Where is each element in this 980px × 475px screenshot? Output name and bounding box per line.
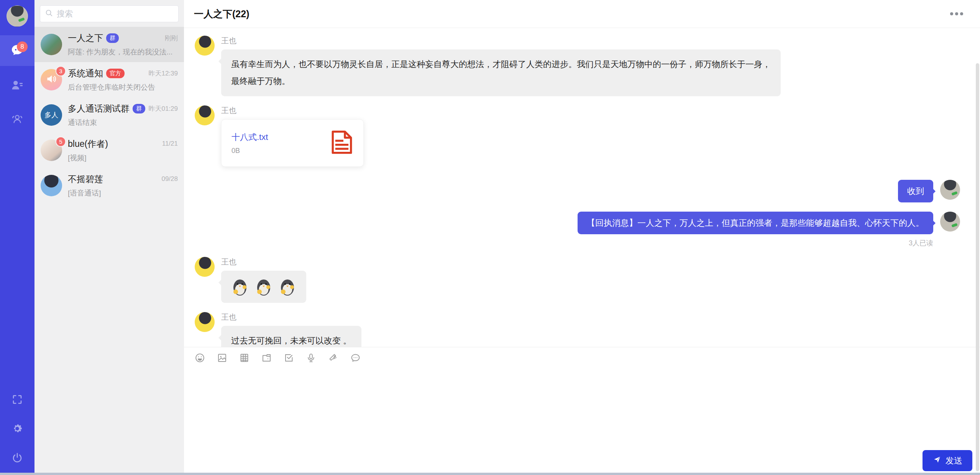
conversation-name: 多人通话测试群 [68, 103, 130, 115]
message-bubble[interactable]: 过去无可挽回，未来可以改变 。 [221, 326, 361, 347]
window-bottom-edge [0, 473, 980, 475]
conversation-name: blue(作者) [68, 138, 108, 150]
rail-item-contacts[interactable] [0, 71, 34, 101]
power-icon[interactable] [11, 452, 23, 465]
search-box [40, 5, 179, 22]
conversation-item-buyaobilian[interactable]: 不摇碧莲 09/28 [语音通话] [34, 168, 184, 203]
avatar[interactable] [195, 257, 215, 277]
message-bubble[interactable]: 收到 [898, 180, 933, 202]
chat-title: 一人之下(22) [194, 8, 249, 20]
conversation-avatar [41, 175, 62, 196]
microphone-icon[interactable] [306, 353, 316, 365]
gear-icon[interactable] [11, 423, 23, 436]
conversation-avatar: 5 [41, 140, 62, 161]
rail-item-chats[interactable]: 8 [0, 35, 34, 66]
conversation-name: 一人之下 [68, 32, 103, 44]
speaker-icon [46, 74, 57, 86]
message-row: 王也 十八式.txt 0B [195, 105, 960, 167]
conversation-preview: 后台管理仓库临时关闭公告 [68, 82, 178, 92]
chat-main: 一人之下(22) 王也 虽有幸生而为人，也不要以万物灵长自居，正是这种妄自尊大的… [184, 0, 980, 475]
conversation-name: 不摇碧莲 [68, 173, 103, 185]
conversation-list: 一人之下 群 刚刚 阿莲: 作为朋友，现在的我没法... 3 系统通知 官方 昨… [34, 27, 184, 475]
avatar[interactable] [195, 105, 215, 125]
app-rail: 8 [0, 0, 34, 475]
avatar[interactable] [7, 5, 28, 27]
message-row: 收到 [195, 180, 960, 202]
avatar[interactable] [940, 212, 960, 232]
file-size: 0B [231, 147, 325, 155]
conversation-preview: 通话结束 [68, 118, 178, 128]
check-square-icon[interactable] [284, 353, 294, 365]
groups-icon [11, 112, 24, 127]
message-input[interactable] [195, 368, 969, 449]
rail-item-groups[interactable] [0, 104, 34, 135]
message-row: 王也 [195, 257, 960, 303]
grid-icon[interactable] [239, 353, 250, 365]
conversation-avatar [41, 34, 62, 55]
sticker-message-bubble[interactable] [221, 271, 306, 303]
contacts-icon [11, 79, 24, 93]
sender-name: 王也 [221, 105, 364, 116]
folder-icon[interactable] [261, 353, 272, 365]
message-row: 【回执消息】一人之下，万人之上，但真正的强者，是那些能够超越自我、心怀天下的人。… [195, 212, 960, 248]
sender-name: 王也 [221, 312, 361, 322]
conversation-time: 昨天01:29 [145, 104, 178, 113]
conversation-item-system-notice[interactable]: 3 系统通知 官方 昨天12:39 后台管理仓库临时关闭公告 [34, 62, 184, 97]
send-button[interactable]: 发送 [923, 450, 972, 471]
conversation-preview: [语音通话] [68, 188, 178, 198]
search-input[interactable] [57, 9, 174, 18]
penguin-stickers [231, 277, 296, 296]
message-area: 王也 虽有幸生而为人，也不要以万物灵长自居，正是这种妄自尊大的想法，才阻碍了人类… [184, 28, 980, 347]
unread-badge: 3 [56, 66, 66, 76]
message-bubble[interactable]: 【回执消息】一人之下，万人之上，但真正的强者，是那些能够超越自我、心怀天下的人。 [578, 212, 933, 234]
message-history-icon[interactable] [350, 353, 361, 365]
avatar[interactable] [940, 180, 960, 200]
avatar-text: 多人 [44, 110, 58, 120]
document-icon [325, 130, 353, 156]
group-badge: 群 [106, 33, 119, 43]
avatar[interactable] [195, 36, 215, 56]
fullscreen-icon[interactable] [11, 394, 23, 407]
paper-plane-icon [932, 455, 942, 467]
message-row: 王也 过去无可挽回，未来可以改变 。 [195, 312, 960, 347]
sender-name: 王也 [221, 257, 306, 267]
chat-unread-badge: 8 [17, 41, 28, 52]
sender-name: 王也 [221, 36, 781, 46]
search-icon [45, 9, 53, 19]
composer: 发送 [184, 347, 980, 475]
file-name[interactable]: 十八式.txt [231, 131, 325, 143]
conversation-item-yirenzhixia[interactable]: 一人之下 群 刚刚 阿莲: 作为朋友，现在的我没法... [34, 27, 184, 62]
conversation-preview: [视频] [68, 153, 178, 163]
group-badge: 群 [133, 104, 145, 113]
message-bubble[interactable]: 虽有幸生而为人，也不要以万物灵长自居，正是这种妄自尊大的想法，才阻碍了人类的进步… [221, 49, 781, 96]
image-icon[interactable] [217, 353, 227, 365]
conversation-item-multicall-group[interactable]: 多人 多人通话测试群 群 昨天01:29 通话结束 [34, 97, 184, 133]
scrollbar[interactable] [976, 63, 979, 471]
phone-icon[interactable] [328, 353, 338, 365]
unread-badge: 5 [56, 136, 66, 147]
composer-toolbar [184, 347, 980, 367]
official-badge: 官方 [106, 69, 125, 78]
conversation-preview: 阿莲: 作为朋友，现在的我没法... [68, 47, 178, 57]
file-message-card[interactable]: 十八式.txt 0B [221, 119, 364, 167]
conversation-avatar: 3 [41, 69, 62, 90]
conversation-time: 09/28 [158, 175, 178, 183]
conversation-time: 刚刚 [162, 34, 178, 43]
message-row: 王也 虽有幸生而为人，也不要以万物灵长自居，正是这种妄自尊大的想法，才阻碍了人类… [195, 36, 960, 96]
conversation-panel: 一人之下 群 刚刚 阿莲: 作为朋友，现在的我没法... 3 系统通知 官方 昨… [34, 0, 184, 475]
conversation-name: 系统通知 [68, 67, 103, 79]
conversation-avatar: 多人 [41, 104, 62, 126]
read-receipt: 3人已读 [909, 238, 933, 248]
emoji-icon[interactable] [195, 353, 205, 365]
conversation-time: 11/21 [159, 140, 178, 148]
send-button-label: 发送 [946, 455, 962, 467]
avatar[interactable] [195, 312, 215, 332]
conversation-time: 昨天12:39 [145, 69, 178, 78]
conversation-item-blue-author[interactable]: 5 blue(作者) 11/21 [视频] [34, 133, 184, 168]
more-menu-icon[interactable] [947, 9, 966, 18]
